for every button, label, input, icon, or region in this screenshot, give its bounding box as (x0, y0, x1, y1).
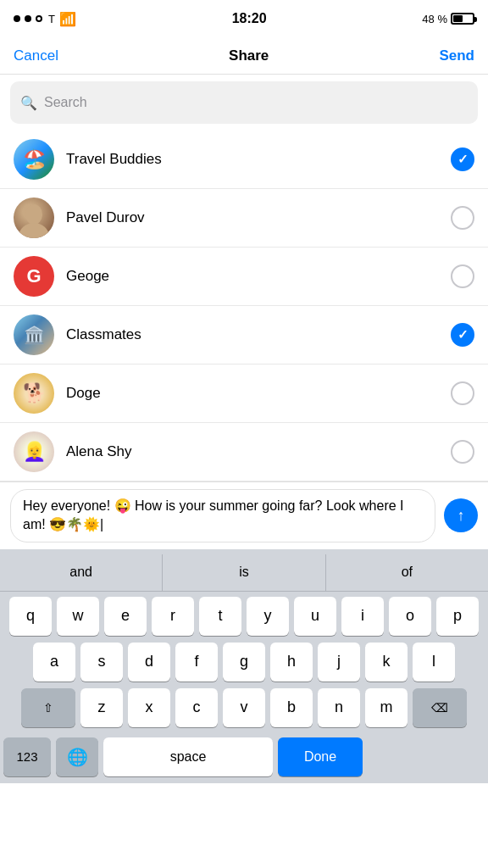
list-item[interactable]: 👱‍♀️ Alena Shy (0, 423, 488, 481)
send-message-button[interactable]: ↑ (444, 498, 478, 532)
key-o[interactable]: o (389, 597, 431, 636)
send-arrow-icon: ↑ (458, 507, 465, 525)
check-circle-pavel-durov[interactable] (451, 206, 474, 230)
done-key[interactable]: Done (278, 737, 363, 776)
dot2 (25, 15, 31, 22)
key-t[interactable]: t (199, 597, 241, 636)
delete-icon: ⌫ (431, 701, 448, 715)
status-right: 48 % (422, 13, 474, 25)
contact-name: Doge (66, 385, 451, 402)
contact-name: Geoge (66, 268, 451, 285)
key-q[interactable]: q (9, 597, 52, 636)
predictive-bar: and is of (0, 554, 488, 592)
key-e[interactable]: e (104, 597, 147, 636)
check-circle-travel-buddies[interactable] (451, 147, 474, 171)
key-i[interactable]: i (341, 597, 384, 636)
key-u[interactable]: u (294, 597, 336, 636)
message-input[interactable]: Hey everyone! 😜 How is your summer going… (10, 489, 435, 542)
contact-list: 🏖️ Travel Buddies Pavel Durov G Geoge 🏛️… (0, 131, 488, 481)
avatar: 🏛️ (14, 314, 54, 355)
dot3 (36, 15, 42, 22)
globe-icon: 🌐 (67, 747, 88, 767)
battery-icon (451, 13, 474, 25)
search-icon: 🔍 (20, 95, 37, 111)
message-area: Hey everyone! 😜 How is your summer going… (0, 481, 488, 549)
avatar: 🏖️ (14, 139, 54, 180)
key-row-1: q w e r t y u i o p (3, 597, 485, 636)
search-input[interactable]: Search (44, 95, 87, 110)
key-w[interactable]: w (57, 597, 99, 636)
predictive-word-and[interactable]: and (0, 554, 163, 591)
key-n[interactable]: n (318, 688, 360, 727)
search-bar[interactable]: 🔍 Search (10, 81, 478, 124)
avatar: 🐕 (14, 373, 54, 414)
key-row-3: ⇧ z x c v b n m ⌫ (3, 688, 485, 727)
key-m[interactable]: m (365, 688, 408, 727)
bottom-row: 123 🌐 space Done (0, 737, 488, 783)
shift-key[interactable]: ⇧ (21, 688, 75, 727)
key-d[interactable]: d (128, 643, 170, 682)
key-c[interactable]: c (175, 688, 218, 727)
key-k[interactable]: k (365, 643, 408, 682)
globe-key[interactable]: 🌐 (56, 737, 98, 776)
key-s[interactable]: s (80, 643, 123, 682)
wifi-icon: 📶 (59, 11, 76, 27)
key-l[interactable]: l (413, 643, 455, 682)
space-key[interactable]: space (103, 737, 273, 776)
dot1 (14, 15, 20, 22)
key-r[interactable]: r (152, 597, 194, 636)
key-x[interactable]: x (128, 688, 170, 727)
list-item[interactable]: 🏛️ Classmates (0, 306, 488, 364)
key-row-2: a s d f g h j k l (3, 643, 485, 682)
check-circle-alena-shy[interactable] (451, 440, 474, 464)
key-v[interactable]: v (223, 688, 265, 727)
send-button[interactable]: Send (439, 47, 474, 64)
list-item[interactable]: 🏖️ Travel Buddies (0, 131, 488, 189)
keyboard: and is of q w e r t y u i o p a s d f (0, 549, 488, 783)
contact-name: Alena Shy (66, 443, 451, 460)
key-f[interactable]: f (175, 643, 218, 682)
predictive-word-is[interactable]: is (163, 554, 325, 591)
status-bar: T 📶 18:20 48 % (0, 0, 488, 37)
key-b[interactable]: b (270, 688, 313, 727)
check-circle-doge[interactable] (451, 381, 474, 405)
list-item[interactable]: Pavel Durov (0, 189, 488, 248)
predictive-word-of[interactable]: of (326, 554, 488, 591)
cancel-button[interactable]: Cancel (14, 47, 58, 64)
check-circle-geoge[interactable] (451, 264, 474, 288)
svg-point-1 (19, 223, 49, 238)
key-p[interactable]: p (436, 597, 479, 636)
list-item[interactable]: 🐕 Doge (0, 364, 488, 423)
contact-name: Classmates (66, 326, 451, 343)
avatar: G (14, 256, 54, 297)
avatar: 👱‍♀️ (14, 431, 54, 472)
carrier-label: T (48, 13, 55, 25)
page-title: Share (229, 47, 269, 64)
key-rows: q w e r t y u i o p a s d f g h j k l ⇧ … (0, 592, 488, 737)
delete-key[interactable]: ⌫ (413, 688, 467, 727)
key-a[interactable]: a (33, 643, 75, 682)
contact-name: Pavel Durov (66, 209, 451, 226)
battery-fill (453, 15, 463, 22)
nav-bar: Cancel Share Send (0, 37, 488, 75)
battery-percent: 48 % (422, 13, 447, 25)
numbers-key[interactable]: 123 (3, 737, 51, 776)
list-item[interactable]: G Geoge (0, 248, 488, 306)
check-circle-classmates[interactable] (451, 323, 474, 347)
key-h[interactable]: h (270, 643, 313, 682)
status-time: 18:20 (232, 11, 267, 26)
key-y[interactable]: y (247, 597, 289, 636)
contact-name: Travel Buddies (66, 151, 451, 168)
key-z[interactable]: z (80, 688, 123, 727)
svg-point-0 (25, 204, 42, 225)
key-g[interactable]: g (223, 643, 265, 682)
avatar (14, 198, 54, 238)
key-j[interactable]: j (318, 643, 360, 682)
status-left: T 📶 (14, 11, 76, 27)
